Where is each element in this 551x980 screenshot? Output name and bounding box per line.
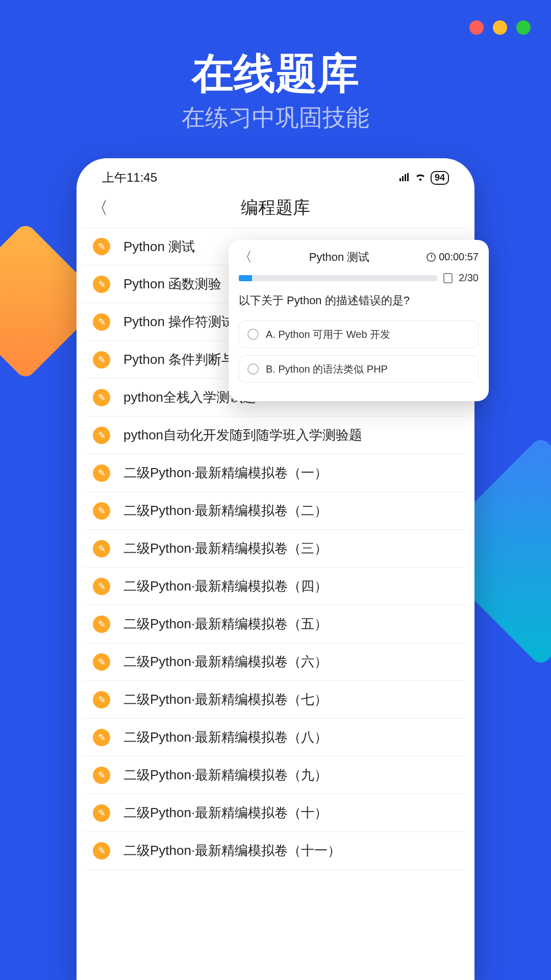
progress-bar (239, 275, 437, 281)
list-item-label: 二级Python·最新精编模拟卷（九） (123, 766, 328, 784)
pencil-icon: ✎ (93, 351, 110, 369)
list-item-label: 二级Python·最新精编模拟卷（一） (123, 464, 328, 482)
list-item[interactable]: ✎二级Python·最新精编模拟卷（七） (84, 681, 467, 719)
progress-fill (239, 275, 252, 281)
pencil-icon: ✎ (93, 767, 110, 784)
list-item[interactable]: ✎二级Python·最新精编模拟卷（八） (84, 719, 467, 756)
pencil-icon: ✎ (93, 804, 110, 822)
page-title: 编程题库 (77, 196, 474, 219)
pencil-icon: ✎ (93, 313, 110, 331)
list-item[interactable]: ✎二级Python·最新精编模拟卷（十） (84, 794, 467, 832)
list-item-label: Python 函数测验 (123, 275, 221, 293)
pencil-icon: ✎ (93, 842, 110, 860)
quiz-title: Python 测试 (252, 250, 427, 265)
pencil-icon: ✎ (93, 464, 110, 482)
battery-icon: 94 (431, 171, 449, 185)
statusbar-time: 上午11:45 (102, 169, 157, 186)
pencil-icon: ✎ (93, 276, 110, 293)
list-item-label: 二级Python·最新精编模拟卷（四） (123, 577, 328, 595)
pencil-icon: ✎ (93, 540, 110, 557)
pencil-icon: ✎ (93, 238, 110, 255)
list-item[interactable]: ✎二级Python·最新精编模拟卷（一） (84, 454, 467, 492)
list-item-label: 二级Python·最新精编模拟卷（七） (123, 691, 328, 708)
statusbar: 上午11:45 94 (77, 158, 474, 190)
progress-count: 2/30 (459, 272, 479, 284)
quiz-progress-row: 2/30 (239, 272, 479, 284)
list-item-label: 二级Python·最新精编模拟卷（八） (123, 728, 328, 746)
pencil-icon: ✎ (93, 578, 110, 595)
list-item-label: 二级Python·最新精编模拟卷（二） (123, 502, 328, 520)
quiz-timer: 00:00:57 (427, 251, 479, 263)
list-item-label: Python 测试 (123, 238, 195, 256)
pencil-icon: ✎ (93, 502, 110, 520)
list-item[interactable]: ✎二级Python·最新精编模拟卷（三） (84, 530, 467, 568)
pencil-icon: ✎ (93, 389, 110, 406)
pencil-icon: ✎ (93, 427, 110, 444)
list-item-label: 二级Python·最新精编模拟卷（十一） (123, 842, 341, 860)
list-item[interactable]: ✎二级Python·最新精编模拟卷（二） (84, 492, 467, 530)
window-dots (469, 20, 531, 35)
quiz-popup-header: 〈 Python 测试 00:00:57 (239, 248, 479, 266)
radio-icon (247, 363, 259, 375)
clock-icon (427, 253, 436, 262)
list-item-label: 二级Python·最新精编模拟卷（三） (123, 540, 328, 557)
wifi-icon (414, 173, 427, 182)
quiz-option[interactable]: A. Python 可用于 Web 开发 (239, 321, 479, 348)
option-text: A. Python 可用于 Web 开发 (266, 328, 390, 341)
list-item-label: 二级Python·最新精编模拟卷（十） (123, 804, 328, 822)
quiz-question: 以下关于 Python 的描述错误的是? (239, 293, 479, 308)
hero-title: 在线题库 (0, 46, 551, 102)
statusbar-icons: 94 (399, 171, 449, 185)
list-item-label: Python 操作符测试 (123, 313, 235, 331)
list-item[interactable]: ✎二级Python·最新精编模拟卷（十一） (84, 832, 467, 870)
dot-green (516, 20, 531, 35)
radio-icon (247, 329, 259, 340)
list-item[interactable]: ✎二级Python·最新精编模拟卷（九） (84, 756, 467, 794)
list-item-label: python自动化开发随到随学班入学测验题 (123, 426, 362, 444)
quiz-option[interactable]: B. Python 的语法类似 PHP (239, 355, 479, 383)
popup-back-button[interactable]: 〈 (239, 248, 252, 266)
timer-value: 00:00:57 (439, 251, 479, 263)
phone-header: 〈 编程题库 (77, 190, 474, 228)
pencil-icon: ✎ (93, 653, 110, 671)
list-item-label: 二级Python·最新精编模拟卷（五） (123, 615, 328, 633)
list-item-label: 二级Python·最新精编模拟卷（六） (123, 653, 328, 671)
option-text: B. Python 的语法类似 PHP (266, 362, 388, 376)
pencil-icon: ✎ (93, 616, 110, 633)
signal-icon (399, 173, 410, 182)
dot-yellow (493, 20, 507, 35)
dot-red (469, 20, 484, 35)
pencil-icon: ✎ (93, 691, 110, 708)
hero-subtitle: 在练习中巩固技能 (0, 102, 551, 134)
quiz-popup: 〈 Python 测试 00:00:57 2/30 以下关于 Python 的描… (229, 240, 489, 401)
bookmark-icon[interactable] (443, 273, 453, 283)
pencil-icon: ✎ (93, 729, 110, 746)
list-item[interactable]: ✎二级Python·最新精编模拟卷（五） (84, 605, 467, 643)
list-item[interactable]: ✎二级Python·最新精编模拟卷（四） (84, 568, 467, 605)
list-item[interactable]: ✎python自动化开发随到随学班入学测验题 (84, 416, 467, 454)
list-item[interactable]: ✎二级Python·最新精编模拟卷（六） (84, 643, 467, 681)
